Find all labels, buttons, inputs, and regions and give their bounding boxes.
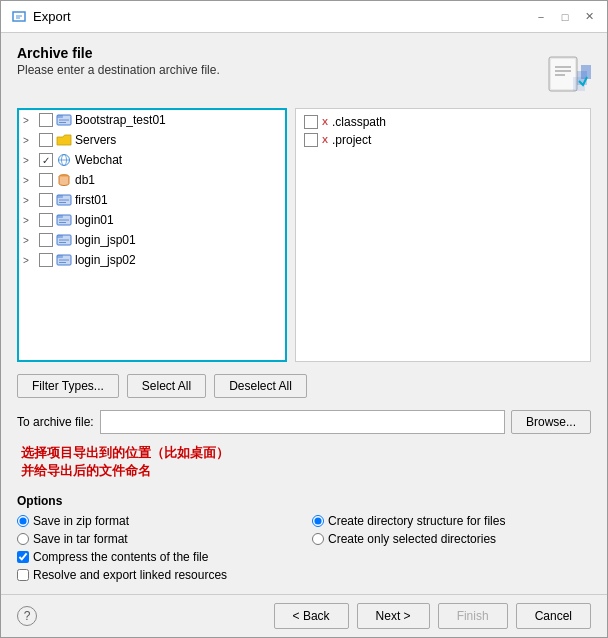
tree-item-label: Bootstrap_test01 — [75, 113, 166, 127]
project-icon — [55, 192, 73, 208]
tree-checkbox[interactable] — [39, 213, 53, 227]
tree-checkbox[interactable]: ✓ — [39, 153, 53, 167]
tree-item[interactable]: >login01 — [19, 210, 285, 230]
file-item: X.classpath — [300, 113, 586, 131]
dialog-footer: ? < Back Next > Finish Cancel — [1, 594, 607, 637]
close-button[interactable]: ✕ — [581, 9, 597, 25]
next-button[interactable]: Next > — [357, 603, 430, 629]
web-icon — [55, 152, 73, 168]
option-tar-label: Save in tar format — [33, 532, 128, 546]
tree-item-label: login01 — [75, 213, 114, 227]
tree-item[interactable]: >Bootstrap_test01 — [19, 110, 285, 130]
file-type-icon: X — [322, 135, 328, 145]
option-zip-label: Save in zip format — [33, 514, 129, 528]
tree-item[interactable]: >✓Webchat — [19, 150, 285, 170]
tree-checkbox[interactable] — [39, 193, 53, 207]
cancel-button[interactable]: Cancel — [516, 603, 591, 629]
radio-create-dir[interactable] — [312, 515, 324, 527]
tree-arrow-icon: > — [23, 175, 37, 186]
tree-arrow-icon: > — [23, 235, 37, 246]
export-dialog: Export − □ ✕ Archive file Please enter a… — [0, 0, 608, 638]
help-button[interactable]: ? — [17, 606, 37, 626]
svg-rect-12 — [57, 115, 63, 118]
project-tree[interactable]: >Bootstrap_test01>Servers>✓Webchat>db1>f… — [17, 108, 287, 362]
options-title: Options — [17, 494, 591, 508]
file-item-label: .classpath — [332, 115, 386, 129]
section-title: Archive file — [17, 45, 220, 61]
option-zip-format: Save in zip format — [17, 514, 296, 528]
tree-item[interactable]: >first01 — [19, 190, 285, 210]
file-item: X.project — [300, 131, 586, 149]
option-compress-label: Compress the contents of the file — [33, 550, 208, 564]
file-type-icon: X — [322, 117, 328, 127]
file-checkbox[interactable] — [304, 133, 318, 147]
tree-item-label: login_jsp02 — [75, 253, 136, 267]
tree-arrow-icon: > — [23, 155, 37, 166]
svg-rect-4 — [551, 59, 575, 89]
annotation-line2: 并给导出后的文件命名 — [21, 462, 591, 480]
section-desc: Please enter a destination archive file. — [17, 63, 220, 77]
deselect-all-button[interactable]: Deselect All — [214, 374, 307, 398]
window-title: Export — [33, 9, 71, 24]
option-selected-dir: Create only selected directories — [312, 532, 591, 546]
radio-zip[interactable] — [17, 515, 29, 527]
checkbox-compress[interactable] — [17, 551, 29, 563]
tree-item[interactable]: >db1 — [19, 170, 285, 190]
svg-rect-24 — [57, 215, 63, 218]
radio-selected-dir[interactable] — [312, 533, 324, 545]
tree-item-label: Webchat — [75, 153, 122, 167]
tree-buttons-row: Filter Types... Select All Deselect All — [17, 374, 591, 398]
project-icon — [55, 252, 73, 268]
tree-arrow-icon: > — [23, 195, 37, 206]
tree-item-label: db1 — [75, 173, 95, 187]
tree-checkbox[interactable] — [39, 253, 53, 267]
svg-rect-20 — [57, 195, 63, 198]
tree-item[interactable]: >Servers — [19, 130, 285, 150]
tree-checkbox[interactable] — [39, 113, 53, 127]
tree-arrow-icon: > — [23, 255, 37, 266]
project-icon — [55, 212, 73, 228]
options-section: Options Save in zip format Save in tar f… — [17, 494, 591, 582]
finish-button[interactable]: Finish — [438, 603, 508, 629]
annotation-line1: 选择项目导出到的位置（比如桌面） — [21, 444, 591, 462]
archive-label: To archive file: — [17, 415, 94, 429]
minimize-button[interactable]: − — [533, 9, 549, 25]
option-create-dir: Create directory structure for files — [312, 514, 591, 528]
tree-item[interactable]: >login_jsp01 — [19, 230, 285, 250]
tree-checkbox[interactable] — [39, 173, 53, 187]
option-resolve: Resolve and export linked resources — [17, 568, 296, 582]
tree-arrow-icon: > — [23, 215, 37, 226]
window-icon — [11, 9, 27, 25]
option-create-dir-label: Create directory structure for files — [328, 514, 505, 528]
main-area: >Bootstrap_test01>Servers>✓Webchat>db1>f… — [17, 108, 591, 362]
option-tar-format: Save in tar format — [17, 532, 296, 546]
maximize-button[interactable]: □ — [557, 9, 573, 25]
radio-tar[interactable] — [17, 533, 29, 545]
tree-item[interactable]: >login_jsp02 — [19, 250, 285, 270]
tree-arrow-icon: > — [23, 115, 37, 126]
option-resolve-label: Resolve and export linked resources — [33, 568, 227, 582]
select-all-button[interactable]: Select All — [127, 374, 206, 398]
project-icon — [55, 232, 73, 248]
tree-checkbox[interactable] — [39, 233, 53, 247]
file-checkbox[interactable] — [304, 115, 318, 129]
tree-item-label: first01 — [75, 193, 108, 207]
back-button[interactable]: < Back — [274, 603, 349, 629]
tree-checkbox[interactable] — [39, 133, 53, 147]
svg-rect-32 — [57, 255, 63, 258]
dialog-content: Archive file Please enter a destination … — [1, 33, 607, 594]
browse-button[interactable]: Browse... — [511, 410, 591, 434]
archive-row: To archive file: Browse... — [17, 410, 591, 434]
file-list: X.classpathX.project — [295, 108, 591, 362]
tree-item-label: login_jsp01 — [75, 233, 136, 247]
archive-input[interactable] — [100, 410, 505, 434]
option-compress: Compress the contents of the file — [17, 550, 296, 564]
file-item-label: .project — [332, 133, 371, 147]
folder-icon — [55, 132, 73, 148]
filter-types-button[interactable]: Filter Types... — [17, 374, 119, 398]
checkbox-resolve[interactable] — [17, 569, 29, 581]
title-bar: Export − □ ✕ — [1, 1, 607, 33]
export-icon — [543, 49, 591, 100]
options-grid: Save in zip format Save in tar format Co… — [17, 514, 591, 582]
project-icon — [55, 112, 73, 128]
